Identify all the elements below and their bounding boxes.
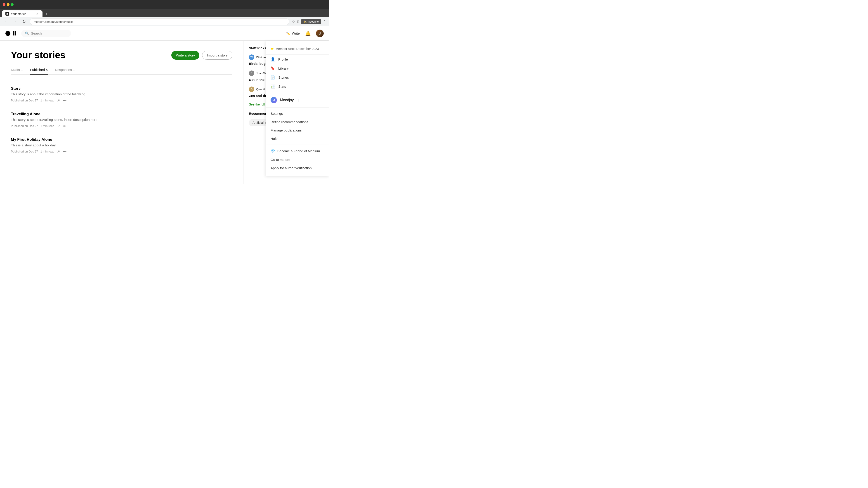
write-button[interactable]: ✏️ Write [286, 31, 300, 35]
story-title: Travelling Alone [11, 112, 232, 116]
address-bar: ← → ↻ medium.com/me/stories/public ☆ ⧉ 🕵… [0, 17, 329, 26]
medium-header: ⏸ 🔍 Search ✏️ Write 🔔 U [0, 26, 329, 41]
story-title: My First Holiday Alone [11, 137, 232, 142]
library-menu-item[interactable]: 🔖 Library [266, 64, 329, 73]
help-menu-item[interactable]: Help [266, 134, 329, 143]
tab-title: Your stories [11, 12, 26, 15]
write-story-button[interactable]: Write a story [171, 51, 199, 60]
story-description: This story is about travelling alone, in… [11, 118, 232, 122]
menu-divider [266, 93, 329, 93]
stats-menu-item[interactable]: 📊 Stats [266, 82, 329, 91]
menu-divider [266, 144, 329, 145]
manage-publications-menu-item[interactable]: Manage publications [266, 126, 329, 134]
author-verification-menu-item[interactable]: Apply for author verification [266, 164, 329, 172]
logo-circle [5, 31, 10, 36]
story-actions: ↗ ••• [57, 98, 66, 103]
header-right: ✏️ Write 🔔 U [286, 30, 324, 37]
window-controls [3, 3, 13, 6]
story-title: Story [11, 86, 232, 91]
search-bar[interactable]: 🔍 Search [21, 30, 71, 37]
story-meta: Published on Dec 27 · 1 min read ↗ ••• [11, 98, 232, 103]
story-description: This story is about the importation of t… [11, 92, 232, 96]
story-actions: ↗ ••• [57, 124, 66, 128]
user-dropdown-menu: ★ Member since December 2023 👤 Profile 🔖… [266, 41, 329, 176]
more-options-icon[interactable]: ••• [63, 150, 66, 154]
moodjoy-avatar: M [271, 97, 277, 103]
new-tab-button[interactable]: + [43, 11, 50, 17]
maximize-window-button[interactable] [11, 3, 13, 6]
split-view-icon[interactable]: ⧉ [297, 20, 299, 24]
tab-published[interactable]: Published 5 [30, 68, 48, 74]
forward-button[interactable]: → [12, 19, 18, 25]
story-item: My First Holiday Alone This is a story a… [11, 133, 232, 158]
tabs-navigation: Drafts 1 Published 5 Responses 1 [11, 68, 232, 74]
story-date: Published on Dec 27 · 1 min read [11, 124, 54, 128]
main-content: Your stories Write a story Import a stor… [0, 41, 243, 184]
stories-label: Stories [278, 75, 289, 79]
become-friend-label: Become a Friend of Medium [277, 149, 320, 153]
refresh-button[interactable]: ↻ [21, 19, 27, 25]
bell-icon: 🔔 [305, 31, 311, 36]
story-actions: ↗ ••• [57, 149, 66, 154]
more-options-icon[interactable]: ••• [63, 124, 66, 128]
share-icon[interactable]: ↗ [57, 149, 60, 154]
library-label: Library [278, 66, 289, 70]
stories-menu-item[interactable]: 📄 Stories [266, 73, 329, 82]
moodjoy-label: Moodjoy [280, 98, 293, 102]
story-date: Published on Dec 27 · 1 min read [11, 150, 54, 153]
url-input[interactable]: medium.com/me/stories/public [30, 18, 289, 25]
profile-label: Profile [278, 57, 288, 61]
browser-menu-icon[interactable]: ⋮ [323, 20, 327, 24]
browser-title-bar [0, 0, 329, 9]
page-header: Your stories Write a story Import a stor… [11, 50, 232, 61]
edit-icon: ✏️ [286, 31, 290, 35]
settings-menu-item[interactable]: Settings [266, 109, 329, 118]
tab-responses[interactable]: Responses 1 [55, 68, 75, 74]
author-avatar: J [249, 70, 254, 76]
tab-bar: ▣ Your stories × + [0, 9, 329, 17]
header-action-buttons: Write a story Import a story [171, 51, 232, 60]
notification-button[interactable]: 🔔 [304, 30, 311, 37]
story-item: Story This story is about the importatio… [11, 82, 232, 107]
logo-m: ⏸ [11, 30, 18, 37]
story-date: Published on Dec 27 · 1 min read [11, 99, 54, 102]
story-description: This is a story about a holiday [11, 143, 232, 147]
moodjoy-menu-item[interactable]: M Moodjoy | [266, 95, 329, 105]
import-story-button[interactable]: Import a story [202, 51, 232, 60]
person-icon: 👤 [271, 57, 275, 61]
author-avatar: W [249, 55, 254, 60]
minimize-window-button[interactable] [7, 3, 9, 6]
story-item: Travelling Alone This story is about tra… [11, 107, 232, 133]
share-icon[interactable]: ↗ [57, 98, 60, 103]
incognito-icon: 🕵 [303, 20, 307, 23]
address-bar-icons: ☆ ⧉ 🕵 Incognito ⋮ [292, 19, 327, 24]
bookmark-icon[interactable]: ☆ [292, 20, 295, 24]
user-avatar[interactable]: U [316, 30, 324, 37]
incognito-badge: 🕵 Incognito [301, 19, 321, 24]
write-label: Write [292, 31, 300, 35]
search-placeholder: Search [31, 31, 42, 35]
share-icon[interactable]: ↗ [57, 124, 60, 128]
diamond-icon: 💎 [271, 149, 275, 153]
tab-drafts[interactable]: Drafts 1 [11, 68, 23, 74]
stats-icon: 📊 [271, 84, 275, 89]
profile-menu-item[interactable]: 👤 Profile [266, 55, 329, 64]
tab-close-button[interactable]: × [35, 12, 39, 15]
story-list: Story This story is about the importatio… [11, 82, 232, 158]
stats-label: Stats [278, 85, 286, 88]
member-since-text: Member since December 2023 [276, 47, 319, 51]
article-icon: 📄 [271, 75, 275, 79]
active-tab[interactable]: ▣ Your stories × [2, 10, 42, 17]
story-meta: Published on Dec 27 · 1 min read ↗ ••• [11, 149, 232, 154]
medium-logo[interactable]: ⏸ [5, 30, 18, 37]
author-avatar: Q [249, 87, 254, 92]
back-button[interactable]: ← [3, 19, 9, 25]
page-title: Your stories [11, 50, 66, 61]
more-options-icon[interactable]: ••• [63, 98, 66, 103]
go-to-medm-menu-item[interactable]: Go to me.dm [266, 156, 329, 164]
tab-favicon: ▣ [5, 12, 9, 15]
become-friend-menu-item[interactable]: 💎 Become a Friend of Medium [266, 147, 329, 156]
member-badge: ★ Member since December 2023 [266, 44, 329, 55]
refine-menu-item[interactable]: Refine recommendations [266, 118, 329, 126]
close-window-button[interactable] [3, 3, 5, 6]
